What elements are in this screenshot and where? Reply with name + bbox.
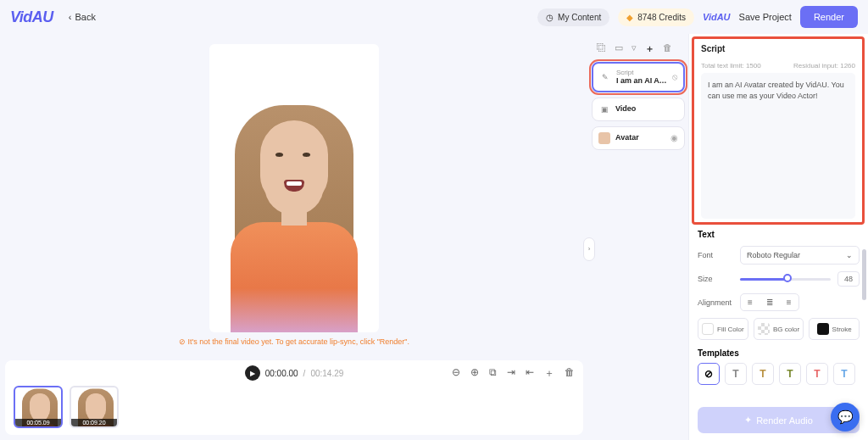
save-project-button[interactable]: Save Project <box>739 12 792 22</box>
clock-icon: ◷ <box>546 13 554 22</box>
diamond-icon: ◆ <box>626 13 633 22</box>
app-header: VidAU ‹ Back ◷ My Content ◆ 8748 Credits… <box>0 0 868 34</box>
time-current: 00:00.00 <box>265 369 298 378</box>
brand-small: VidAU <box>703 12 731 22</box>
template-item[interactable]: T <box>806 363 828 385</box>
layer-tool-icon[interactable]: ⿻ <box>597 42 606 55</box>
stroke-color-button[interactable]: Stroke <box>809 318 860 340</box>
add-layer-icon[interactable]: ＋ <box>645 42 654 55</box>
copy-icon[interactable]: ⧉ <box>489 366 497 381</box>
template-none[interactable]: ⊘ <box>698 363 720 385</box>
sparkle-icon: ✦ <box>744 415 752 426</box>
timeline-clip[interactable]: 00:05.09 <box>14 386 63 428</box>
my-content-button[interactable]: ◷ My Content <box>537 8 609 26</box>
zoom-in-icon[interactable]: ⊕ <box>470 366 479 381</box>
time-sep: / <box>303 369 306 378</box>
logo: VidAU <box>10 8 53 26</box>
timeline-clip[interactable]: 00:09.20 <box>70 386 119 428</box>
layer-tool-icon[interactable]: ▭ <box>615 42 623 55</box>
render-hint: It's not the final video yet. To get acc… <box>179 337 409 346</box>
clip-time: 00:09.20 <box>71 419 117 426</box>
time-total: 00:14.29 <box>310 369 343 378</box>
back-label: Back <box>75 12 96 22</box>
canvas-column: It's not the final video yet. To get acc… <box>0 34 588 440</box>
script-textarea[interactable]: I am an AI Avatar created by VidAU. You … <box>701 73 855 219</box>
adjust-icon[interactable]: ⇥ <box>507 366 515 381</box>
bg-color-button[interactable]: BG color <box>754 318 804 340</box>
visibility-icon[interactable]: ◉ <box>670 133 678 142</box>
layer-video[interactable]: ▣ Video <box>592 97 685 121</box>
video-canvas[interactable] <box>209 44 379 332</box>
render-button[interactable]: Render <box>800 6 858 28</box>
avatar-portrait <box>218 95 370 332</box>
back-button[interactable]: ‹ Back <box>69 12 96 22</box>
script-residual: Residual input: 1260 <box>793 62 855 70</box>
text-panel-title: Text <box>698 230 860 239</box>
template-item[interactable]: T <box>779 363 801 385</box>
size-label: Size <box>698 275 740 283</box>
timeline: ▶ 00:00.00 / 00:14.29 ⊖ ⊕ ⧉ ⇥ ⇤ ＋ 🗑 00:0… <box>5 360 583 435</box>
layers-panel: ⿻ ▭ ▿ ＋ 🗑 ✎ Script I am an AI Av... ⦸ ▣ … <box>588 34 688 440</box>
video-icon: ▣ <box>598 103 610 115</box>
align-left-button[interactable]: ≡ <box>741 294 760 310</box>
chat-bubble-icon[interactable]: 💬 <box>831 403 860 432</box>
align-label: Alignment <box>698 298 740 307</box>
play-button[interactable]: ▶ <box>245 365 260 381</box>
layer-avatar[interactable]: Avatar ◉ <box>592 126 685 150</box>
insert-icon[interactable]: ⇤ <box>526 366 534 381</box>
font-label: Font <box>698 251 740 259</box>
avatar-thumb-icon <box>598 132 610 144</box>
template-item[interactable]: T <box>725 363 747 385</box>
inspector-panel: Script Total text limit: 1500 Residual i… <box>688 34 868 440</box>
visibility-icon[interactable]: ⦸ <box>672 72 677 82</box>
layer-script[interactable]: ✎ Script I am an AI Av... ⦸ <box>592 62 685 92</box>
credits-pill[interactable]: ◆ 8748 Credits <box>618 8 694 26</box>
layer-tool-icon[interactable]: ▿ <box>632 42 637 55</box>
fill-color-button[interactable]: Fill Color <box>698 318 748 340</box>
script-editor: Script Total text limit: 1500 Residual i… <box>692 36 865 225</box>
chevron-left-icon: ‹ <box>69 12 72 22</box>
align-center-button[interactable]: ≣ <box>760 294 780 310</box>
align-right-button[interactable]: ≡ <box>780 294 798 310</box>
collapse-handle[interactable]: › <box>583 237 595 261</box>
zoom-out-icon[interactable]: ⊖ <box>452 366 460 381</box>
size-value[interactable]: 48 <box>837 271 860 287</box>
script-icon: ✎ <box>599 71 611 83</box>
script-title: Script <box>701 44 855 53</box>
clip-time: 00:05.09 <box>15 419 61 426</box>
add-clip-icon[interactable]: ＋ <box>544 366 554 381</box>
delete-layer-icon[interactable]: 🗑 <box>663 42 672 55</box>
size-slider[interactable] <box>740 278 831 281</box>
template-item[interactable]: T <box>752 363 774 385</box>
script-limit: Total text limit: 1500 <box>701 62 761 70</box>
chevron-down-icon: ⌄ <box>846 251 853 259</box>
delete-clip-icon[interactable]: 🗑 <box>565 366 575 381</box>
template-item[interactable]: T <box>833 363 855 385</box>
templates-title: Templates <box>698 348 860 358</box>
font-select[interactable]: Roboto Regular ⌄ <box>740 246 860 265</box>
scrollbar[interactable] <box>862 71 866 427</box>
